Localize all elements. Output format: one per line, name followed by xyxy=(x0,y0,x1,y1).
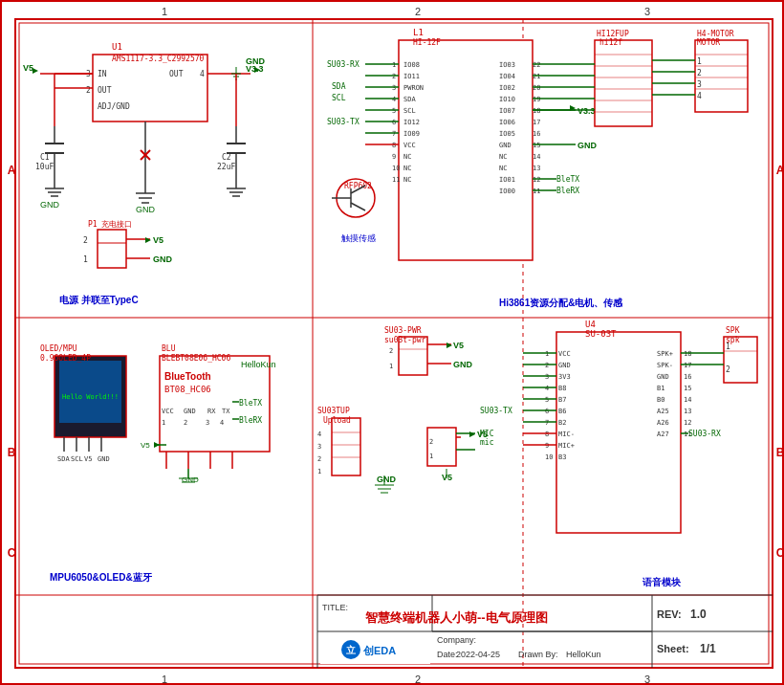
svg-text:2: 2 xyxy=(83,236,88,245)
svg-text:2: 2 xyxy=(726,365,730,374)
svg-rect-184 xyxy=(59,361,121,423)
svg-text:V3.3: V3.3 xyxy=(577,106,596,116)
svg-text:IO05: IO05 xyxy=(499,130,515,138)
svg-text:GND: GND xyxy=(577,141,598,150)
svg-text:VCC: VCC xyxy=(403,142,416,149)
svg-text:10: 10 xyxy=(392,165,400,172)
svg-text:Date:: Date: xyxy=(437,650,458,659)
svg-text:BleTX: BleTX xyxy=(556,175,579,184)
svg-text:7: 7 xyxy=(545,419,549,427)
svg-text:IO10: IO10 xyxy=(499,96,515,103)
svg-text:SCL: SCL xyxy=(71,455,83,463)
svg-text:9: 9 xyxy=(392,153,396,161)
svg-text:Drawn By:: Drawn By: xyxy=(518,650,558,659)
svg-text:A27: A27 xyxy=(657,431,669,438)
svg-text:22: 22 xyxy=(533,61,540,69)
svg-text:SDA: SDA xyxy=(57,455,70,463)
svg-text:AMS1117-3.3_C2992570: AMS1117-3.3_C2992570 xyxy=(112,55,205,63)
svg-text:GND: GND xyxy=(558,362,571,369)
svg-text:2: 2 xyxy=(545,362,549,369)
svg-text:SU03-RX: SU03-RX xyxy=(327,60,359,69)
svg-text:TITLE:: TITLE: xyxy=(322,603,348,612)
svg-text:V5: V5 xyxy=(442,473,452,482)
svg-text:Hello World!!!: Hello World!!! xyxy=(62,393,119,401)
svg-text:18: 18 xyxy=(533,107,540,115)
svg-text:BT08_HC06: BT08_HC06 xyxy=(164,385,211,394)
svg-text:B: B xyxy=(8,446,16,459)
svg-text:IO08: IO08 xyxy=(403,61,420,69)
svg-text:14: 14 xyxy=(684,396,691,404)
svg-text:6: 6 xyxy=(545,408,549,415)
svg-text:立: 立 xyxy=(346,645,357,655)
svg-text:TX: TX xyxy=(222,408,230,415)
svg-text:IO00: IO00 xyxy=(499,188,515,195)
svg-text:10: 10 xyxy=(545,453,553,461)
svg-text:智慧终端机器人小萌--电气原理图: 智慧终端机器人小萌--电气原理图 xyxy=(364,610,548,625)
svg-text:VCC: VCC xyxy=(162,408,174,415)
svg-text:1: 1 xyxy=(162,674,167,685)
svg-text:GND: GND xyxy=(40,200,60,210)
svg-text:1: 1 xyxy=(83,255,88,264)
svg-text:B3: B3 xyxy=(558,453,566,461)
svg-text:NC: NC xyxy=(403,176,411,184)
svg-text:16: 16 xyxy=(533,130,540,138)
svg-text:OUT: OUT xyxy=(169,70,184,78)
svg-text:BleTX: BleTX xyxy=(239,399,262,408)
svg-text:2: 2 xyxy=(415,674,421,685)
svg-text:BleRX: BleRX xyxy=(556,187,579,195)
svg-text:4: 4 xyxy=(220,419,224,427)
svg-text:GND: GND xyxy=(184,408,196,415)
svg-text:SDA: SDA xyxy=(332,82,346,91)
svg-text:V5: V5 xyxy=(23,63,33,73)
svg-text:17: 17 xyxy=(533,119,540,126)
svg-text:B0: B0 xyxy=(657,396,664,404)
svg-text:IO12: IO12 xyxy=(403,119,420,126)
svg-text:0.96OLED_4P: 0.96OLED_4P xyxy=(40,354,91,363)
svg-text:20: 20 xyxy=(533,84,540,92)
svg-text:SU03TUP: SU03TUP xyxy=(317,407,350,415)
svg-text:SU03-PWR: SU03-PWR xyxy=(384,326,422,335)
svg-text:2: 2 xyxy=(184,419,187,427)
svg-text:18: 18 xyxy=(684,350,691,358)
svg-text:L1: L1 xyxy=(413,28,424,37)
svg-text:VCC: VCC xyxy=(558,350,571,358)
svg-text:B1: B1 xyxy=(657,385,664,392)
svg-text:Upload: Upload xyxy=(323,416,351,425)
schematic-svg: 1 2 3 1 2 3 A B C A B C U1 AMS1117-3.3_C… xyxy=(2,2,784,685)
svg-text:13: 13 xyxy=(533,165,540,172)
svg-text:4: 4 xyxy=(545,385,549,392)
svg-text:BLU: BLU xyxy=(162,344,176,353)
svg-text:IO02: IO02 xyxy=(499,84,515,92)
svg-text:4: 4 xyxy=(697,92,702,100)
svg-text:6: 6 xyxy=(392,119,396,126)
svg-text:HI12FUP: HI12FUP xyxy=(597,30,629,38)
svg-text:1/1: 1/1 xyxy=(700,642,716,655)
svg-text:SU-03T: SU-03T xyxy=(585,329,617,339)
svg-text:19: 19 xyxy=(533,96,540,103)
svg-text:SU03-RX: SU03-RX xyxy=(688,430,721,438)
svg-text:B2: B2 xyxy=(558,419,566,427)
svg-text:2: 2 xyxy=(697,69,702,77)
svg-text:1: 1 xyxy=(317,468,321,475)
svg-text:Sheet:: Sheet: xyxy=(657,643,689,654)
svg-text:22uF: 22uF xyxy=(217,163,235,171)
svg-text:BlueTooth: BlueTooth xyxy=(164,371,211,382)
svg-text:3: 3 xyxy=(392,84,396,92)
svg-text:MOTOR: MOTOR xyxy=(697,38,720,47)
svg-text:GND: GND xyxy=(153,254,173,264)
svg-text:SDA: SDA xyxy=(403,96,416,103)
svg-text:U4: U4 xyxy=(585,320,596,329)
svg-text:SCL: SCL xyxy=(403,107,416,115)
svg-text:1: 1 xyxy=(429,453,433,460)
svg-text:2: 2 xyxy=(389,347,393,355)
svg-text:语音模块: 语音模块 xyxy=(642,577,682,587)
svg-text:C1: C1 xyxy=(40,153,50,162)
svg-text:11: 11 xyxy=(533,188,540,195)
svg-text:3: 3 xyxy=(697,80,702,89)
svg-text:3: 3 xyxy=(317,443,321,451)
svg-text:触摸传感: 触摸传感 xyxy=(341,233,376,243)
svg-text:8: 8 xyxy=(545,431,549,438)
svg-text:HelloKun: HelloKun xyxy=(566,650,601,659)
svg-text:2: 2 xyxy=(429,438,433,446)
svg-text:IN: IN xyxy=(98,70,107,78)
